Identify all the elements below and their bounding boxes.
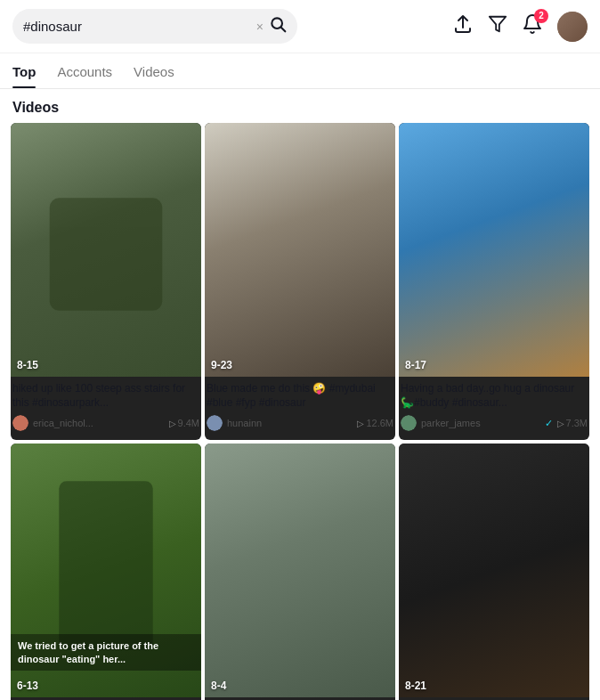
svg-marker-2 — [490, 16, 506, 31]
clear-icon[interactable]: × — [256, 20, 264, 34]
video-count: 8-21 — [405, 680, 426, 692]
filter-icon[interactable] — [488, 14, 507, 39]
video-info: hiked up like 100 steep ass stairs for t… — [11, 377, 201, 441]
user-avatar[interactable] — [557, 12, 588, 42]
video-meta: parker_james✓▷ 7.3M — [401, 415, 588, 431]
play-icon: ▷ — [557, 419, 564, 428]
creator-username: hunainn — [227, 418, 353, 428]
video-meta: hunainn▷ 12.6M — [207, 415, 393, 431]
creator-avatar — [12, 415, 28, 431]
verified-icon: ✓ — [545, 418, 553, 429]
video-card[interactable]: We tried to get a picture of the dinosau… — [11, 444, 201, 700]
video-card[interactable]: 8-21#fyp #funny #dinosaurs #snapsquad #j… — [399, 444, 589, 700]
upload-icon[interactable] — [452, 13, 474, 40]
svg-rect-4 — [59, 481, 152, 650]
header-icons: 2 — [452, 12, 588, 42]
video-card[interactable]: 8-4When there's no one around to help wi… — [205, 444, 395, 700]
video-description: Having a bad day..go hug a dinosaur 🦕#bu… — [401, 381, 588, 411]
svg-line-1 — [281, 28, 286, 32]
creator-username: erica_nichol... — [33, 418, 165, 428]
video-info: Blue made me do this 🤪 #mydubai #blue #f… — [205, 377, 395, 441]
play-count: ▷ 9.4M — [169, 418, 199, 428]
video-grid: 8-15hiked up like 100 steep ass stairs f… — [0, 123, 600, 700]
video-count: 8-15 — [17, 359, 38, 371]
play-icon: ▷ — [169, 419, 176, 428]
creator-avatar — [401, 415, 417, 431]
play-icon: ▷ — [357, 419, 364, 428]
svg-rect-3 — [50, 198, 162, 310]
video-count: 8-17 — [405, 359, 426, 371]
search-button[interactable] — [269, 15, 287, 37]
play-count: ▷ 7.3M — [557, 418, 588, 428]
notification-badge: 2 — [534, 9, 548, 23]
tab-top[interactable]: Top — [12, 53, 36, 88]
video-info: Having a bad day..go hug a dinosaur 🦕#bu… — [399, 377, 589, 441]
video-card[interactable]: 8-15hiked up like 100 steep ass stairs f… — [11, 123, 201, 440]
video-count: 8-4 — [211, 680, 226, 692]
video-card[interactable]: 9-23Blue made me do this 🤪 #mydubai #blu… — [205, 123, 395, 440]
notification-icon[interactable]: 2 — [522, 13, 543, 40]
search-input[interactable] — [23, 19, 256, 34]
video-description: Blue made me do this 🤪 #mydubai #blue #f… — [207, 381, 393, 411]
video-count: 6-13 — [17, 680, 38, 692]
tab-videos[interactable]: Videos — [134, 53, 174, 88]
tabs-nav: Top Accounts Videos — [0, 53, 600, 89]
play-count: ▷ 12.6M — [357, 418, 393, 428]
tab-accounts[interactable]: Accounts — [57, 53, 112, 88]
search-bar[interactable]: × — [12, 9, 297, 44]
creator-avatar — [207, 415, 223, 431]
video-description: hiked up like 100 steep ass stairs for t… — [12, 381, 199, 411]
video-card[interactable]: 8-17Having a bad day..go hug a dinosaur … — [399, 123, 589, 440]
video-count: 9-23 — [211, 359, 232, 371]
video-overlay-text: We tried to get a picture of the dinosau… — [11, 634, 201, 671]
creator-username: parker_james — [421, 418, 540, 428]
section-title: Videos — [0, 89, 600, 123]
header: × 2 — [0, 0, 600, 53]
video-meta: erica_nichol...▷ 9.4M — [12, 415, 199, 431]
